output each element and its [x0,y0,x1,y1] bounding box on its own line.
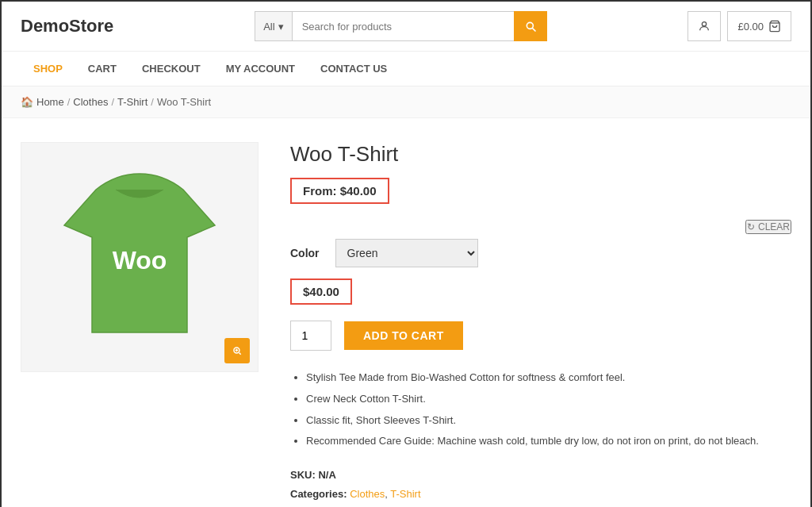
color-row: Color Green [290,239,791,267]
breadcrumb-home[interactable]: Home [36,96,64,108]
product-price-from: From: $40.00 [290,178,389,204]
nav-item-checkout[interactable]: CHECKOUT [129,52,213,86]
breadcrumb-sep-1: / [67,96,71,108]
home-icon: 🏠 [21,96,33,108]
search-input[interactable] [292,11,514,41]
nav-item-cart[interactable]: CART [75,52,129,86]
user-account-button[interactable] [688,11,721,41]
color-select[interactable]: Green [335,239,478,267]
price-from-label: From: [303,184,337,198]
categories-label: Categories: [290,488,347,500]
cart-amount: £0.00 [737,21,764,33]
selected-price: $40.00 [290,278,352,305]
breadcrumb-tshirt[interactable]: T-Shirt [117,96,147,108]
product-description: Stylish Tee Made from Bio-Washed Cotton … [290,370,791,450]
header-right: £0.00 [688,11,791,41]
clear-row: ↻ CLEAR [290,220,791,234]
product-sku: SKU: N/A [290,466,791,484]
svg-text:Woo: Woo [113,246,167,275]
main-nav: SHOP CART CHECKOUT MY ACCOUNT CONTACT US [2,52,810,86]
search-button[interactable] [514,11,547,41]
search-bar: All ▾ [255,11,546,41]
nav-item-shop[interactable]: SHOP [21,52,75,86]
breadcrumb-clothes[interactable]: Clothes [73,96,108,108]
list-item: Recommended Care Guide: Machine wash col… [306,433,791,450]
product-tshirt-image: Woo [52,166,227,348]
price-from-value: $40.00 [340,184,377,198]
product-categories: Categories: Clothes, T-Shirt [290,485,791,503]
product-image: Woo [21,143,258,371]
category-clothes[interactable]: Clothes [350,488,385,500]
add-to-cart-button[interactable]: ADD TO CART [344,321,463,350]
color-label: Color [290,247,320,259]
nav-item-my-account[interactable]: MY ACCOUNT [213,52,308,86]
product-meta: SKU: N/A Categories: Clothes, T-Shirt [290,466,791,503]
search-icon [524,20,537,33]
product-page: Woo Woo T-Shirt From: $40.00 ↻ CLEAR Col… [2,118,810,507]
product-title: Woo T-Shirt [290,142,791,167]
zoom-button[interactable] [224,338,250,363]
user-icon [698,20,710,33]
site-logo[interactable]: DemoStore [21,16,113,36]
breadcrumb-sep-2: / [111,96,114,108]
zoom-icon [232,345,243,356]
sku-value: N/A [318,469,335,481]
sku-label: SKU: [290,469,316,481]
refresh-icon: ↻ [747,221,755,232]
cart-icon [768,20,781,33]
list-item: Classic fit, Short Sleeves T-Shirt. [306,413,791,429]
breadcrumb-sep-3: / [151,96,154,108]
breadcrumb: 🏠 Home / Clothes / T-Shirt / Woo T-Shirt [2,86,810,118]
list-item: Crew Neck Cotton T-Shirt. [306,391,791,408]
add-to-cart-row: ADD TO CART [290,321,791,351]
chevron-down-icon: ▾ [278,21,284,33]
product-details: Woo T-Shirt From: $40.00 ↻ CLEAR Color G… [290,142,791,503]
category-tshirt[interactable]: T-Shirt [390,488,420,500]
header: DemoStore All ▾ £0.00 [2,2,810,52]
product-features-list: Stylish Tee Made from Bio-Washed Cotton … [290,370,791,450]
clear-button[interactable]: ↻ CLEAR [745,220,791,234]
cart-button[interactable]: £0.00 [727,11,791,41]
list-item: Stylish Tee Made from Bio-Washed Cotton … [306,370,791,386]
breadcrumb-current: Woo T-Shirt [157,96,211,108]
product-image-container: Woo [21,142,259,372]
quantity-input[interactable] [290,321,331,351]
search-category-dropdown[interactable]: All ▾ [255,11,291,41]
nav-item-contact-us[interactable]: CONTACT US [308,52,400,86]
svg-point-0 [703,22,707,26]
